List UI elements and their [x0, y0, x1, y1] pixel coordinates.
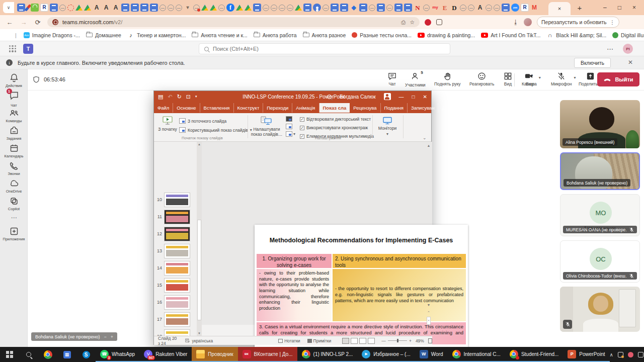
browser-tab-favicon[interactable] [359, 4, 367, 12]
taskbar-search-button[interactable] [19, 347, 38, 362]
scroll-up-icon[interactable]: ▲ [198, 143, 201, 146]
tab-home[interactable]: Основне [173, 103, 200, 113]
downloads-icon[interactable]: ⭳ [513, 19, 519, 26]
setup-slideshow-button[interactable]: Налаштувати показ слайдів… [251, 116, 283, 137]
ppt-minimize-button[interactable]: — [399, 94, 404, 100]
tab-view[interactable]: Подання [381, 103, 408, 113]
browser-tab-favicon[interactable] [67, 5, 74, 11]
extensions-icon[interactable] [436, 19, 442, 25]
slide-thumbnail-row[interactable]: 10 [154, 191, 202, 208]
slide-thumbnail-row[interactable]: 14 [154, 259, 202, 277]
browser-tab-favicon[interactable] [350, 4, 358, 12]
custom-slideshow-button[interactable]: Користувацький показ слайдів ▾ [179, 127, 252, 133]
bookmark[interactable]: Black Hill &amp; Sil... [543, 31, 609, 39]
normal-view-icon[interactable] [342, 338, 349, 344]
browser-tab-favicon[interactable] [50, 4, 58, 12]
browser-tab-favicon[interactable] [245, 5, 252, 11]
address-bar[interactable]: teams.microsoft.com/v2/ ⎙ ☆ [47, 17, 420, 27]
browser-tab-favicon[interactable] [131, 4, 139, 12]
waffle-menu-icon[interactable] [9, 45, 16, 52]
sidebar-item-onedrive[interactable]: OneDrive [0, 178, 28, 194]
browser-tab-favicon[interactable] [218, 5, 225, 11]
language-indicator[interactable]: українська [192, 338, 213, 343]
teams-profile-avatar[interactable]: РІ [623, 44, 633, 54]
rehearse-timings-icon[interactable] [286, 124, 292, 129]
sidebar-item-assignments[interactable]: Задания [0, 126, 28, 141]
browser-tab-favicon[interactable] [112, 4, 120, 12]
browser-tab-favicon[interactable] [394, 4, 403, 12]
next-slide-icon[interactable]: ⌄ [426, 318, 431, 322]
new-tab-button[interactable]: + [574, 2, 586, 14]
start-slideshow-icon[interactable]: ⊡ [186, 94, 191, 100]
cast-icon[interactable]: ⎙ [401, 19, 406, 26]
browser-tab-favicon[interactable] [486, 5, 492, 11]
browser-tab-favicon[interactable] [31, 4, 39, 12]
tab-slideshow-active[interactable]: Показ сла [319, 103, 350, 113]
bookmark[interactable]: Анюта разное [300, 31, 349, 39]
taskbar-app[interactable]: International C... [448, 347, 505, 362]
slide-thumbnail-row[interactable]: 12 [154, 225, 202, 242]
view-button[interactable]: Вид [503, 71, 513, 86]
browser-tab-favicon[interactable] [40, 4, 48, 12]
slide-thumbnail[interactable] [164, 312, 190, 327]
ppt-account-avatar[interactable] [384, 93, 391, 100]
browser-tab-favicon[interactable] [193, 5, 200, 11]
browser-tab-favicon[interactable] [17, 4, 25, 12]
browser-tab-favicon[interactable] [59, 5, 66, 11]
mic-options-chevron[interactable]: ▾ [574, 75, 576, 80]
editor-scrollbar[interactable]: ▲ ▼ ⌃ ⌄ [426, 142, 431, 325]
taskbar-app[interactable]: PowerPoint [563, 347, 609, 362]
zoom-slider-thumb[interactable] [397, 339, 398, 342]
browser-tab-favicon[interactable] [210, 5, 217, 11]
pill-zoom-in-button[interactable]: + [111, 334, 113, 339]
browser-tab-favicon[interactable] [184, 4, 192, 12]
browser-profile-avatar[interactable] [524, 18, 532, 26]
bookmark[interactable]: drawing & painting... [415, 31, 478, 39]
enable-notifications-button[interactable]: Включить [574, 58, 611, 68]
bookmark[interactable]: Домашнее [83, 31, 124, 39]
taskbar-chrome-icon[interactable] [38, 347, 57, 362]
tab-animations[interactable]: Анімація [292, 103, 319, 113]
powerpoint-window[interactable]: ▤ ↶ ↻ ⊡ ▾ INNO-LSP Conference 19.09.25 -… [153, 90, 432, 345]
browser-tab-favicon[interactable] [176, 5, 182, 11]
forward-button[interactable]: → [19, 19, 28, 26]
browser-tab-favicon[interactable] [253, 4, 261, 12]
browser-tab-favicon[interactable] [303, 4, 311, 12]
save-icon[interactable]: ▤ [158, 94, 163, 100]
taskbar-app[interactable]: Word [415, 347, 448, 362]
browser-tab-favicon[interactable] [441, 4, 449, 12]
participant-tile-muresan[interactable]: MO ‖ На удержании MURESAN OANA (не прове… [560, 194, 640, 236]
participant-tile-bohdana-speaking[interactable]: Bohdana Saliuk (не проверено) [560, 152, 640, 190]
browser-tab-favicon[interactable] [386, 5, 393, 11]
browser-tab-favicon[interactable] [279, 5, 285, 11]
teams-more-menu[interactable]: ⋯ [607, 45, 614, 53]
banner-close-icon[interactable]: ✕ [628, 59, 633, 66]
checkbox-narration[interactable]: ✓ Відтворювати дикторський текст [300, 117, 371, 122]
scroll-down-icon[interactable]: ▼ [426, 303, 431, 307]
tray-expand-chevron[interactable]: ∧ [610, 352, 613, 357]
camera-options-chevron[interactable]: ▾ [539, 75, 541, 80]
browser-tab-favicon[interactable] [502, 4, 510, 12]
relaunch-update-button[interactable]: Перезапустить и обновить ⋮ [537, 17, 619, 28]
teams-search-input[interactable]: Поиск (Ctrl+Alt+E) [199, 43, 450, 54]
browser-tab-favicon[interactable] [340, 4, 348, 12]
sidebar-item-calendar[interactable]: Календарь [0, 143, 28, 158]
browser-tab-favicon[interactable] [431, 4, 439, 12]
bookmark[interactable]: Анюта работа [251, 31, 300, 39]
browser-tab-favicon[interactable] [84, 5, 91, 11]
ppt-maximize-button[interactable]: □ [412, 94, 415, 100]
participant-tile-alina[interactable]: Alina Popescu (внешний) [560, 100, 640, 148]
tab-review[interactable]: Рецензува [350, 103, 380, 113]
slide-thumbnail[interactable] [164, 227, 190, 241]
active-browser-tab[interactable]: × [548, 2, 571, 15]
from-current-slide-button[interactable]: З поточного слайда [179, 118, 226, 124]
tab-transitions[interactable]: Переходи [263, 103, 292, 113]
taskbar-app[interactable]: Проводник [192, 347, 237, 362]
slide-thumbnail-row[interactable]: 15 [154, 277, 202, 294]
bookmark[interactable]: Разные тесты онла... [349, 31, 415, 39]
browser-tab-favicon[interactable] [331, 4, 339, 12]
hide-slide-icons[interactable]: ▾ [286, 116, 295, 137]
taskbar-app[interactable]: (1) INNO-LSP 2... [297, 347, 358, 362]
notes-toggle[interactable]: Нотатки [278, 338, 300, 343]
collapse-ribbon-chevron[interactable]: ⌄ [423, 135, 427, 140]
